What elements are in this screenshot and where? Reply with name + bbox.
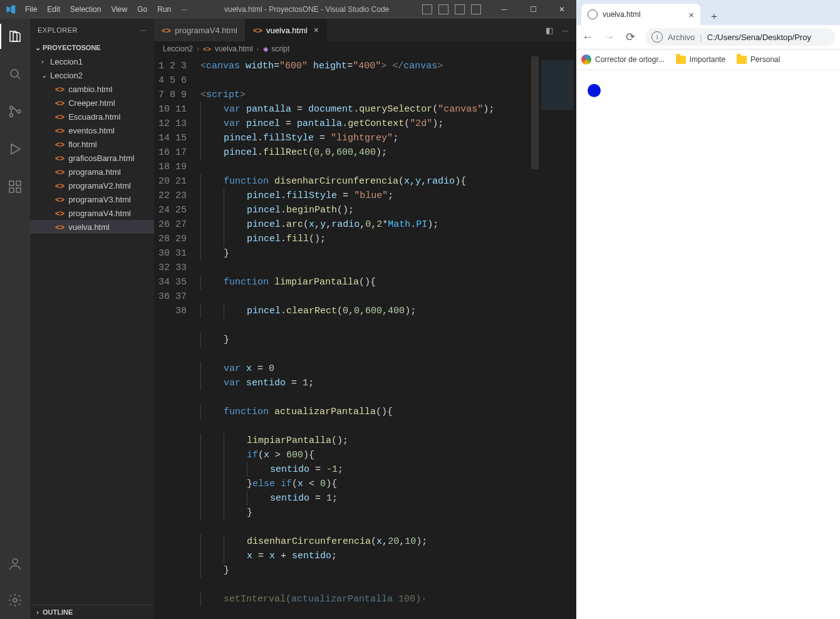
new-tab-button[interactable]: ＋ bbox=[705, 8, 723, 25]
svg-rect-5 bbox=[9, 188, 14, 192]
file-item[interactable]: <>vuelva.html bbox=[30, 220, 154, 234]
svg-rect-6 bbox=[16, 188, 21, 192]
menu-edit[interactable]: Edit bbox=[43, 3, 64, 16]
svg-point-3 bbox=[18, 110, 21, 113]
site-info-icon[interactable]: i bbox=[651, 31, 663, 43]
forward-button[interactable]: → bbox=[603, 31, 615, 43]
menu-more[interactable]: ··· bbox=[177, 3, 191, 16]
bookmarks-bar: Corrector de ortogr...ImportantePersonal bbox=[576, 49, 840, 70]
html-file-icon: <> bbox=[55, 222, 65, 232]
minimap[interactable] bbox=[539, 56, 576, 619]
browser-toolbar: ← → ⟳ i Archivo | C:/Users/Sena/Desktop/… bbox=[576, 25, 840, 49]
address-bar[interactable]: i Archivo | C:/Users/Sena/Desktop/Proy bbox=[645, 28, 835, 46]
bookmark-label: Corrector de ortogr... bbox=[595, 55, 665, 64]
project-name: PROYECTOSONE bbox=[43, 44, 101, 51]
folder-icon bbox=[676, 56, 686, 64]
browser-tabstrip: vuelva.html × ＋ bbox=[576, 0, 840, 25]
bookmark-item[interactable]: Corrector de ortogr... bbox=[581, 55, 665, 65]
project-header[interactable]: ⌄PROYECTOSONE bbox=[30, 41, 154, 55]
browser-tab[interactable]: vuelva.html × bbox=[581, 4, 700, 25]
tab-vuelva[interactable]: <> vuelva.html × bbox=[246, 19, 327, 41]
explorer-icon[interactable] bbox=[0, 24, 30, 49]
crumb[interactable]: Leccion2 bbox=[163, 44, 193, 53]
accounts-icon[interactable] bbox=[0, 551, 30, 576]
html-file-icon: <> bbox=[55, 112, 65, 122]
layout-3-icon[interactable] bbox=[455, 4, 465, 14]
svg-point-0 bbox=[11, 70, 18, 77]
activity-bar bbox=[0, 19, 30, 619]
file-item[interactable]: <>flor.html bbox=[30, 137, 154, 151]
tab-close-icon[interactable]: × bbox=[688, 9, 694, 20]
file-item[interactable]: <>Creeper.html bbox=[30, 96, 154, 110]
outline-label: OUTLINE bbox=[43, 608, 73, 616]
split-editor-icon[interactable]: ◧ bbox=[546, 26, 553, 35]
window-title: vuelva.html - ProyectosONE - Visual Stud… bbox=[191, 5, 422, 14]
file-item[interactable]: <>programaV3.html bbox=[30, 192, 154, 206]
editor-tabs: <> programaV4.html <> vuelva.html × ◧ ··… bbox=[154, 19, 576, 41]
close-button[interactable]: ✕ bbox=[547, 0, 576, 19]
crumb[interactable]: vuelva.html bbox=[215, 44, 253, 53]
bookmark-label: Importante bbox=[690, 55, 725, 64]
svg-point-1 bbox=[10, 107, 13, 110]
code-content[interactable]: <canvas width="600" height="400"> </canv… bbox=[198, 56, 576, 619]
source-control-icon[interactable] bbox=[0, 99, 30, 124]
outline-section[interactable]: ›OUTLINE bbox=[30, 605, 154, 619]
menu-selection[interactable]: Selection bbox=[66, 3, 105, 16]
file-tree: ›Leccion1 ⌄Leccion2 <>cambio.html<>Creep… bbox=[30, 55, 154, 234]
layout-1-icon[interactable] bbox=[422, 4, 432, 14]
bookmark-item[interactable]: Personal bbox=[737, 55, 780, 64]
tab-actions: ◧ ··· bbox=[546, 19, 576, 41]
browser-page bbox=[576, 70, 840, 619]
folder-icon bbox=[737, 56, 747, 64]
run-debug-icon[interactable] bbox=[0, 137, 30, 162]
file-item[interactable]: <>cambio.html bbox=[30, 82, 154, 96]
code-editor[interactable]: 1 2 3 4 5 6 7 8 9 10 11 12 13 14 15 16 1… bbox=[154, 56, 576, 619]
editor-more-icon[interactable]: ··· bbox=[562, 26, 569, 35]
menu-bar: File Edit Selection View Go Run ··· bbox=[21, 3, 191, 16]
menu-go[interactable]: Go bbox=[133, 3, 151, 16]
html-file-icon: <> bbox=[55, 209, 65, 218]
menu-view[interactable]: View bbox=[107, 3, 131, 16]
file-item[interactable]: <>programa.html bbox=[30, 165, 154, 179]
browser-tab-title: vuelva.html bbox=[603, 10, 641, 19]
menu-file[interactable]: File bbox=[21, 3, 41, 16]
html-file-icon: <> bbox=[55, 167, 65, 177]
file-item[interactable]: <>eventos.html bbox=[30, 123, 154, 137]
html-file-icon: <> bbox=[55, 195, 65, 204]
file-item[interactable]: <>programaV2.html bbox=[30, 179, 154, 192]
layout-2-icon[interactable] bbox=[438, 4, 449, 14]
svg-point-2 bbox=[10, 114, 13, 117]
canvas-circle bbox=[588, 84, 601, 97]
reload-button[interactable]: ⟳ bbox=[624, 31, 636, 43]
html-file-icon: <> bbox=[55, 85, 65, 94]
minimize-button[interactable]: ─ bbox=[490, 0, 519, 19]
swirl-icon bbox=[581, 55, 591, 65]
addr-scheme: Archivo bbox=[668, 33, 695, 42]
maximize-button[interactable]: ☐ bbox=[519, 0, 547, 19]
settings-gear-icon[interactable] bbox=[0, 588, 30, 613]
file-item[interactable]: <>graficosBarra.html bbox=[30, 151, 154, 165]
scrollbar-thumb[interactable] bbox=[531, 56, 539, 169]
html-file-icon: <> bbox=[55, 153, 65, 163]
addr-path: C:/Users/Sena/Desktop/Proy bbox=[707, 33, 811, 42]
tab-programav4[interactable]: <> programaV4.html bbox=[154, 19, 246, 41]
line-gutter: 1 2 3 4 5 6 7 8 9 10 11 12 13 14 15 16 1… bbox=[154, 56, 198, 619]
search-icon[interactable] bbox=[0, 61, 30, 86]
menu-run[interactable]: Run bbox=[153, 3, 175, 16]
crumb[interactable]: script bbox=[272, 44, 290, 53]
html-file-icon: <> bbox=[55, 98, 65, 108]
extensions-icon[interactable] bbox=[0, 174, 30, 199]
bookmark-item[interactable]: Importante bbox=[676, 55, 725, 64]
html-file-icon: <> bbox=[55, 140, 65, 149]
file-item[interactable]: <>programaV4.html bbox=[30, 206, 154, 220]
layout-4-icon[interactable] bbox=[471, 4, 481, 14]
explorer-more-icon[interactable]: ··· bbox=[140, 26, 147, 34]
back-button[interactable]: ← bbox=[581, 31, 594, 43]
folder-leccion2[interactable]: ⌄Leccion2 bbox=[30, 68, 154, 82]
tab-close-icon[interactable]: × bbox=[314, 25, 319, 35]
file-item[interactable]: <>Escuadra.html bbox=[30, 110, 154, 123]
folder-leccion1[interactable]: ›Leccion1 bbox=[30, 55, 154, 68]
breadcrumbs[interactable]: Leccion2› <> vuelva.html› ◆ script bbox=[154, 41, 576, 56]
bookmark-label: Personal bbox=[750, 55, 780, 64]
vscode-window: File Edit Selection View Go Run ··· vuel… bbox=[0, 0, 576, 619]
